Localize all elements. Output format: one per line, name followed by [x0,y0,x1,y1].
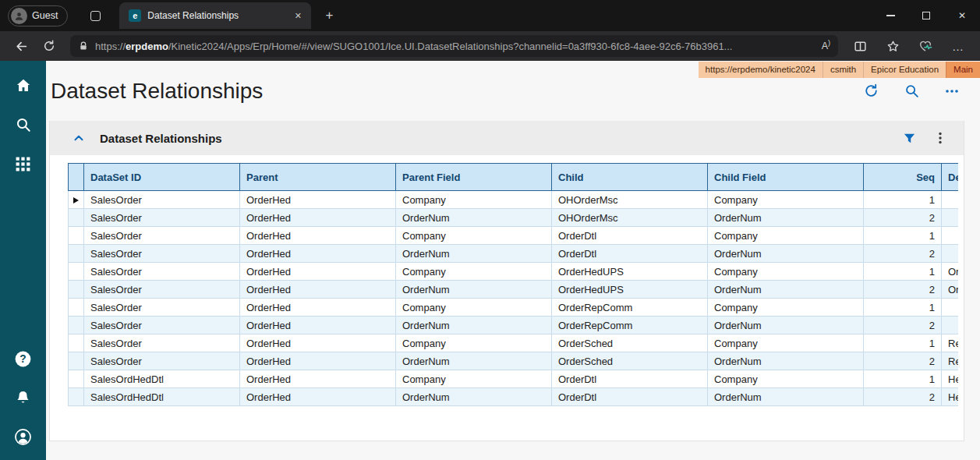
cell[interactable]: OrderNum [396,352,552,370]
table-row[interactable]: SalesOrderOrderHedOrderNumOrderHedUPSOrd… [69,281,959,299]
cell[interactable]: OrderHed [240,388,396,406]
cell[interactable]: Company [708,227,864,245]
cell[interactable]: Company [708,299,864,317]
cell[interactable]: 1 [864,191,942,209]
page-overflow-button[interactable] [941,80,963,102]
sidebar-help-button[interactable]: ? [9,345,37,373]
cell[interactable]: OrderHed [240,191,396,209]
split-screen-button[interactable] [847,34,872,58]
table-row[interactable]: SalesOrderOrderHedCompanyOrderSchedCompa… [69,334,959,352]
sidebar-home-button[interactable] [9,72,37,100]
cell[interactable]: SalesOrdHedDtl [84,370,240,388]
cell[interactable]: Company [708,370,864,388]
column-header-parent-field[interactable]: Parent Field [396,164,552,191]
cell[interactable]: Re [942,334,959,352]
window-maximize-button[interactable] [908,0,944,31]
column-header-dataset-id[interactable]: DataSet ID [84,164,240,191]
cell[interactable]: OrderNum [396,388,552,406]
cell[interactable]: SalesOrder [84,263,240,281]
cell[interactable]: OrderHed [240,209,396,227]
cell[interactable]: 1 [864,227,942,245]
cell[interactable]: Company [708,191,864,209]
cell[interactable]: OrderNum [396,317,552,334]
cell[interactable]: OrderNum [708,245,864,263]
tab-close-icon[interactable]: ✕ [291,9,305,23]
table-row[interactable]: SalesOrderOrderHedCompanyOHOrderMscCompa… [69,191,959,209]
cell[interactable]: OrderHedUPS [552,281,708,299]
cell[interactable]: OrderNum [396,245,552,263]
browser-profile-button[interactable]: Guest [8,5,68,27]
cell[interactable]: OrderRepComm [552,317,708,334]
cell[interactable]: 2 [864,317,942,334]
cell[interactable]: He [942,388,959,406]
cell[interactable]: 2 [864,352,942,370]
page-search-button[interactable] [900,80,922,102]
tab-actions-icon[interactable] [83,4,107,27]
cell[interactable]: OrderHed [240,263,396,281]
cell[interactable]: 2 [864,209,942,227]
cell[interactable]: 1 [864,299,942,317]
new-tab-button[interactable]: + [319,5,339,26]
cell[interactable]: Company [396,370,552,388]
favorites-button[interactable] [880,34,905,58]
cell[interactable] [942,209,959,227]
row-indicator-cell[interactable] [69,352,84,370]
read-aloud-icon[interactable]: A) [822,41,830,51]
cell[interactable]: OrderNum [708,352,864,370]
cell[interactable]: SalesOrder [84,317,240,334]
cell[interactable]: 2 [864,245,942,263]
table-row[interactable]: SalesOrderOrderHedOrderNumOrderRepCommOr… [69,317,959,334]
cell[interactable]: OrderHed [240,317,396,334]
table-row[interactable]: SalesOrdHedDtlOrderHedOrderNumOrderDtlOr… [69,388,959,406]
cell[interactable]: OrderDtl [552,388,708,406]
cell[interactable] [942,245,959,263]
cell[interactable]: OrderDtl [552,245,708,263]
cell[interactable]: OHOrderMsc [552,191,708,209]
cell[interactable]: OrderHed [240,299,396,317]
column-header-parent[interactable]: Parent [240,164,396,191]
cell[interactable]: OrderNum [708,388,864,406]
cell[interactable]: SalesOrder [84,281,240,299]
column-header-child-field[interactable]: Child Field [708,164,864,191]
row-indicator-cell[interactable] [69,370,84,388]
cell[interactable]: OrderRepComm [552,299,708,317]
cell[interactable]: SalesOrder [84,191,240,209]
panel-collapse-button[interactable] [70,129,87,147]
grid-filter-button[interactable] [900,129,918,147]
row-indicator-cell[interactable] [69,191,84,209]
table-row[interactable]: SalesOrdHedDtlOrderHedCompanyOrderDtlCom… [69,370,959,388]
page-refresh-button[interactable] [860,80,882,102]
refresh-button[interactable] [37,34,61,58]
cell[interactable]: SalesOrder [84,245,240,263]
cell[interactable]: Company [396,227,552,245]
cell[interactable]: SalesOrder [84,299,240,317]
cell[interactable]: Company [396,334,552,352]
cell[interactable] [942,227,959,245]
cell[interactable]: OrderNum [396,209,552,227]
column-header-child[interactable]: Child [552,164,708,191]
cell[interactable]: SalesOrdHedDtl [84,388,240,406]
cell[interactable]: Company [708,263,864,281]
cell[interactable]: Company [396,191,552,209]
row-indicator-cell[interactable] [69,299,84,317]
column-header-de[interactable]: De [942,164,959,191]
cell[interactable]: Or [942,281,959,299]
table-row[interactable]: SalesOrderOrderHedOrderNumOrderSchedOrde… [69,352,959,370]
cell[interactable]: OrderHed [240,227,396,245]
cell[interactable]: OrderNum [396,281,552,299]
sidebar-apps-button[interactable] [9,150,37,178]
row-indicator-cell[interactable] [69,281,84,299]
window-close-button[interactable]: ✕ [944,0,980,31]
browser-essentials-button[interactable] [913,34,938,58]
back-button[interactable] [9,34,33,58]
sidebar-account-button[interactable] [9,423,37,451]
cell[interactable]: OrderDtl [552,370,708,388]
cell[interactable]: OrderHedUPS [552,263,708,281]
cell[interactable]: OrderSched [552,352,708,370]
cell[interactable]: OrderHed [240,352,396,370]
cell[interactable]: SalesOrder [84,352,240,370]
address-bar[interactable]: https://erpdemo/Kinetic2024/Apps/Erp/Hom… [70,35,838,57]
cell[interactable]: Company [708,334,864,352]
cell[interactable]: OrderNum [708,317,864,334]
cell[interactable]: OrderHed [240,334,396,352]
